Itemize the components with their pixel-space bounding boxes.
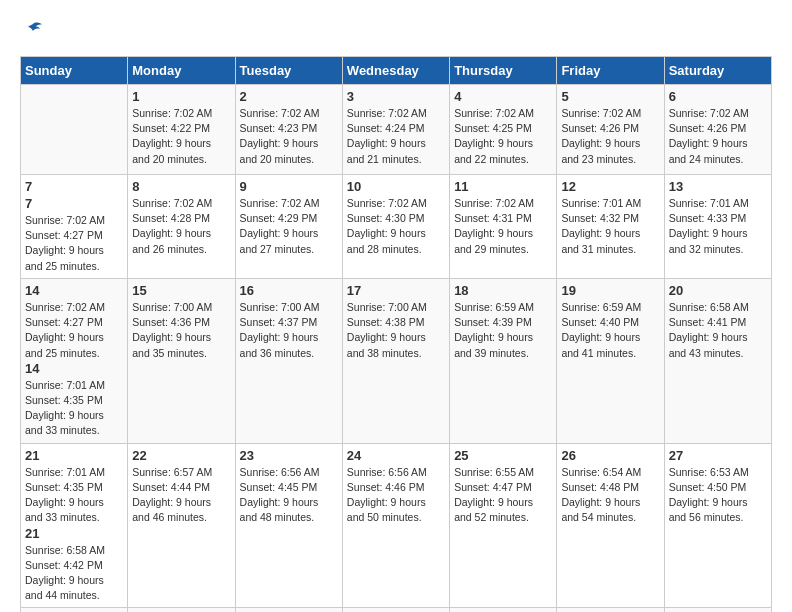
day-number: 22: [132, 448, 230, 463]
calendar-cell: 21Sunrise: 7:01 AM Sunset: 4:35 PM Dayli…: [21, 443, 128, 608]
weekday-header-friday: Friday: [557, 57, 664, 85]
calendar-week-row: 21Sunrise: 7:01 AM Sunset: 4:35 PM Dayli…: [21, 443, 772, 608]
day-info: Sunrise: 7:02 AM Sunset: 4:23 PM Dayligh…: [240, 106, 338, 167]
logo-bird-icon: [22, 20, 44, 42]
weekday-header-thursday: Thursday: [450, 57, 557, 85]
day-number: 3: [347, 89, 445, 104]
day-number: 6: [669, 89, 767, 104]
weekday-header-saturday: Saturday: [664, 57, 771, 85]
calendar-cell: 20Sunrise: 6:58 AM Sunset: 4:41 PM Dayli…: [664, 278, 771, 443]
weekday-header-wednesday: Wednesday: [342, 57, 449, 85]
calendar-cell: 12Sunrise: 7:01 AM Sunset: 4:32 PM Dayli…: [557, 175, 664, 279]
day-info: Sunrise: 7:01 AM Sunset: 4:35 PM Dayligh…: [25, 378, 123, 439]
calendar-week-row: 1Sunrise: 7:02 AM Sunset: 4:22 PM Daylig…: [21, 85, 772, 175]
day-number: 7: [25, 179, 123, 194]
day-number: 7: [25, 196, 123, 211]
calendar-cell: 4Sunrise: 7:02 AM Sunset: 4:25 PM Daylig…: [450, 85, 557, 175]
day-info: Sunrise: 7:02 AM Sunset: 4:28 PM Dayligh…: [132, 196, 230, 257]
calendar-cell: 13Sunrise: 7:01 AM Sunset: 4:33 PM Dayli…: [664, 175, 771, 279]
day-info: Sunrise: 6:59 AM Sunset: 4:39 PM Dayligh…: [454, 300, 552, 361]
day-number: 8: [132, 179, 230, 194]
day-info: Sunrise: 7:02 AM Sunset: 4:26 PM Dayligh…: [669, 106, 767, 167]
day-info: Sunrise: 7:02 AM Sunset: 4:24 PM Dayligh…: [347, 106, 445, 167]
calendar-cell: 29Sunrise: 6:52 AM Sunset: 4:52 PM Dayli…: [128, 608, 235, 612]
calendar-cell: [557, 608, 664, 612]
day-number: 9: [240, 179, 338, 194]
calendar-cell: 3Sunrise: 7:02 AM Sunset: 4:24 PM Daylig…: [342, 85, 449, 175]
day-info: Sunrise: 7:02 AM Sunset: 4:27 PM Dayligh…: [25, 300, 123, 361]
page-header: [20, 20, 772, 46]
calendar-cell: 19Sunrise: 6:59 AM Sunset: 4:40 PM Dayli…: [557, 278, 664, 443]
day-number: 21: [25, 526, 123, 541]
calendar-cell: 5Sunrise: 7:02 AM Sunset: 4:26 PM Daylig…: [557, 85, 664, 175]
day-info: Sunrise: 6:59 AM Sunset: 4:40 PM Dayligh…: [561, 300, 659, 361]
calendar-cell: 26Sunrise: 6:54 AM Sunset: 4:48 PM Dayli…: [557, 443, 664, 608]
day-info: Sunrise: 7:00 AM Sunset: 4:38 PM Dayligh…: [347, 300, 445, 361]
calendar-cell: 77Sunrise: 7:02 AM Sunset: 4:27 PM Dayli…: [21, 175, 128, 279]
calendar-cell: 16Sunrise: 7:00 AM Sunset: 4:37 PM Dayli…: [235, 278, 342, 443]
day-info: Sunrise: 7:01 AM Sunset: 4:32 PM Dayligh…: [561, 196, 659, 257]
day-info: Sunrise: 7:02 AM Sunset: 4:31 PM Dayligh…: [454, 196, 552, 257]
day-info: Sunrise: 7:02 AM Sunset: 4:30 PM Dayligh…: [347, 196, 445, 257]
day-info: Sunrise: 6:58 AM Sunset: 4:42 PM Dayligh…: [25, 543, 123, 604]
calendar-cell: 17Sunrise: 7:00 AM Sunset: 4:38 PM Dayli…: [342, 278, 449, 443]
calendar-cell: 31Sunrise: 6:50 AM Sunset: 4:54 PM Dayli…: [342, 608, 449, 612]
day-info: Sunrise: 6:57 AM Sunset: 4:44 PM Dayligh…: [132, 465, 230, 526]
day-info: Sunrise: 7:02 AM Sunset: 4:29 PM Dayligh…: [240, 196, 338, 257]
calendar-cell: 2Sunrise: 7:02 AM Sunset: 4:23 PM Daylig…: [235, 85, 342, 175]
day-info: Sunrise: 7:00 AM Sunset: 4:36 PM Dayligh…: [132, 300, 230, 361]
day-number: 13: [669, 179, 767, 194]
day-info: Sunrise: 7:02 AM Sunset: 4:27 PM Dayligh…: [25, 213, 123, 274]
day-info: Sunrise: 7:01 AM Sunset: 4:35 PM Dayligh…: [25, 465, 123, 526]
day-number: 11: [454, 179, 552, 194]
calendar-cell: [21, 85, 128, 175]
day-info: Sunrise: 6:53 AM Sunset: 4:50 PM Dayligh…: [669, 465, 767, 526]
day-number: 12: [561, 179, 659, 194]
day-number: 26: [561, 448, 659, 463]
day-info: Sunrise: 6:58 AM Sunset: 4:41 PM Dayligh…: [669, 300, 767, 361]
day-number: 4: [454, 89, 552, 104]
day-number: 14: [25, 361, 123, 376]
calendar-cell: 15Sunrise: 7:00 AM Sunset: 4:36 PM Dayli…: [128, 278, 235, 443]
weekday-header-tuesday: Tuesday: [235, 57, 342, 85]
calendar-cell: 14Sunrise: 7:02 AM Sunset: 4:27 PM Dayli…: [21, 278, 128, 443]
calendar-cell: 9Sunrise: 7:02 AM Sunset: 4:29 PM Daylig…: [235, 175, 342, 279]
calendar-cell: [664, 608, 771, 612]
calendar-cell: 11Sunrise: 7:02 AM Sunset: 4:31 PM Dayli…: [450, 175, 557, 279]
day-number: 20: [669, 283, 767, 298]
calendar-week-row: 77Sunrise: 7:02 AM Sunset: 4:27 PM Dayli…: [21, 175, 772, 279]
day-number: 17: [347, 283, 445, 298]
day-info: Sunrise: 6:55 AM Sunset: 4:47 PM Dayligh…: [454, 465, 552, 526]
calendar-cell: 27Sunrise: 6:53 AM Sunset: 4:50 PM Dayli…: [664, 443, 771, 608]
calendar-cell: 30Sunrise: 6:51 AM Sunset: 4:53 PM Dayli…: [235, 608, 342, 612]
day-number: 10: [347, 179, 445, 194]
calendar-cell: 8Sunrise: 7:02 AM Sunset: 4:28 PM Daylig…: [128, 175, 235, 279]
calendar-cell: 1Sunrise: 7:02 AM Sunset: 4:22 PM Daylig…: [128, 85, 235, 175]
calendar-week-row: 14Sunrise: 7:02 AM Sunset: 4:27 PM Dayli…: [21, 278, 772, 443]
day-info: Sunrise: 7:02 AM Sunset: 4:25 PM Dayligh…: [454, 106, 552, 167]
day-number: 1: [132, 89, 230, 104]
day-number: 23: [240, 448, 338, 463]
day-info: Sunrise: 6:56 AM Sunset: 4:45 PM Dayligh…: [240, 465, 338, 526]
day-number: 2: [240, 89, 338, 104]
day-info: Sunrise: 7:00 AM Sunset: 4:37 PM Dayligh…: [240, 300, 338, 361]
day-info: Sunrise: 7:02 AM Sunset: 4:22 PM Dayligh…: [132, 106, 230, 167]
day-number: 27: [669, 448, 767, 463]
day-info: Sunrise: 7:02 AM Sunset: 4:26 PM Dayligh…: [561, 106, 659, 167]
calendar-cell: 25Sunrise: 6:55 AM Sunset: 4:47 PM Dayli…: [450, 443, 557, 608]
day-info: Sunrise: 7:01 AM Sunset: 4:33 PM Dayligh…: [669, 196, 767, 257]
day-number: 16: [240, 283, 338, 298]
calendar-cell: 22Sunrise: 6:57 AM Sunset: 4:44 PM Dayli…: [128, 443, 235, 608]
logo: [20, 20, 48, 46]
calendar-week-row: 28Sunrise: 6:58 AM Sunset: 4:42 PM Dayli…: [21, 608, 772, 612]
weekday-header-row: SundayMondayTuesdayWednesdayThursdayFrid…: [21, 57, 772, 85]
day-number: 21: [25, 448, 123, 463]
day-number: 15: [132, 283, 230, 298]
day-number: 25: [454, 448, 552, 463]
weekday-header-sunday: Sunday: [21, 57, 128, 85]
calendar-table: SundayMondayTuesdayWednesdayThursdayFrid…: [20, 56, 772, 612]
calendar-cell: 23Sunrise: 6:56 AM Sunset: 4:45 PM Dayli…: [235, 443, 342, 608]
day-number: 24: [347, 448, 445, 463]
day-info: Sunrise: 6:54 AM Sunset: 4:48 PM Dayligh…: [561, 465, 659, 526]
calendar-cell: 10Sunrise: 7:02 AM Sunset: 4:30 PM Dayli…: [342, 175, 449, 279]
